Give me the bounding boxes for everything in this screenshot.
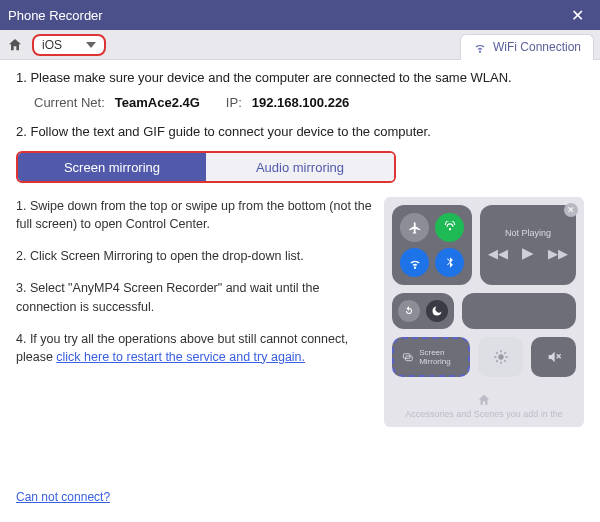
screen-mirroring-icon (402, 349, 413, 365)
preview-footer: Accessories and Scenes you add in the (392, 393, 576, 419)
wifi-tab-label: WiFi Connection (493, 40, 581, 54)
ip-value: 192.168.100.226 (252, 95, 350, 110)
instruction-1: 1. Swipe down from the top or swipe up f… (16, 197, 372, 233)
connectivity-tile (392, 205, 472, 285)
tab-screen-label: Screen mirroring (64, 160, 160, 175)
instruction-2: 2. Click Screen Mirroring to open the dr… (16, 247, 372, 265)
tab-wifi-connection[interactable]: WiFi Connection (460, 34, 594, 60)
svg-point-2 (498, 354, 503, 359)
instruction-4: 4. If you try all the operations above b… (16, 330, 372, 366)
accessories-text: Accessories and Scenes you add in the (405, 409, 563, 419)
moon-icon (426, 300, 448, 322)
current-net-value: TeamAce2.4G (115, 95, 200, 110)
ip-label: IP: (226, 95, 242, 110)
rotation-lock-icon (398, 300, 420, 322)
spacer-tile (462, 293, 576, 329)
prev-track-icon: ◀◀ (488, 246, 508, 261)
cellular-icon (435, 213, 464, 242)
next-track-icon: ▶▶ (548, 246, 568, 261)
mirroring-tabs: Screen mirroring Audio mirroring (16, 151, 396, 183)
step-1-text: 1. Please make sure your device and the … (16, 70, 584, 85)
instruction-3: 3. Select "AnyMP4 Screen Recorder" and w… (16, 279, 372, 315)
volume-tile (531, 337, 576, 377)
brightness-tile (478, 337, 523, 377)
bluetooth-icon (435, 248, 464, 277)
step-2-text: 2. Follow the text and GIF guide to conn… (16, 124, 584, 139)
window-title: Phone Recorder (8, 8, 562, 23)
restart-service-link[interactable]: click here to restart the service and tr… (56, 350, 305, 364)
play-icon: ▶ (522, 244, 534, 262)
device-select[interactable]: iOS (32, 34, 106, 56)
cannot-connect-link[interactable]: Can not connect? (16, 490, 110, 504)
wifi-tile-icon (400, 248, 429, 277)
control-center-preview: ✕ Not Playing ◀◀ ▶ ▶▶ (384, 197, 584, 427)
home-icon[interactable] (6, 36, 24, 54)
screen-mirroring-label: Screen Mirroring (419, 348, 460, 366)
current-net-label: Current Net: (34, 95, 105, 110)
home-icon-small (477, 393, 491, 407)
now-playing-tile: Not Playing ◀◀ ▶ ▶▶ (480, 205, 576, 285)
wifi-icon (473, 40, 487, 54)
tab-screen-mirroring[interactable]: Screen mirroring (18, 153, 206, 181)
tab-audio-label: Audio mirroring (256, 160, 344, 175)
airplane-icon (400, 213, 429, 242)
chevron-down-icon (86, 42, 96, 48)
screen-mirroring-tile: Screen Mirroring (392, 337, 470, 377)
close-icon[interactable]: ✕ (562, 6, 592, 25)
preview-close-icon: ✕ (564, 203, 578, 217)
brightness-icon (493, 349, 509, 365)
device-select-value: iOS (42, 38, 62, 52)
rotation-dnd-tile (392, 293, 454, 329)
tab-audio-mirroring[interactable]: Audio mirroring (206, 153, 394, 181)
volume-mute-icon (546, 349, 562, 365)
not-playing-label: Not Playing (505, 228, 551, 238)
